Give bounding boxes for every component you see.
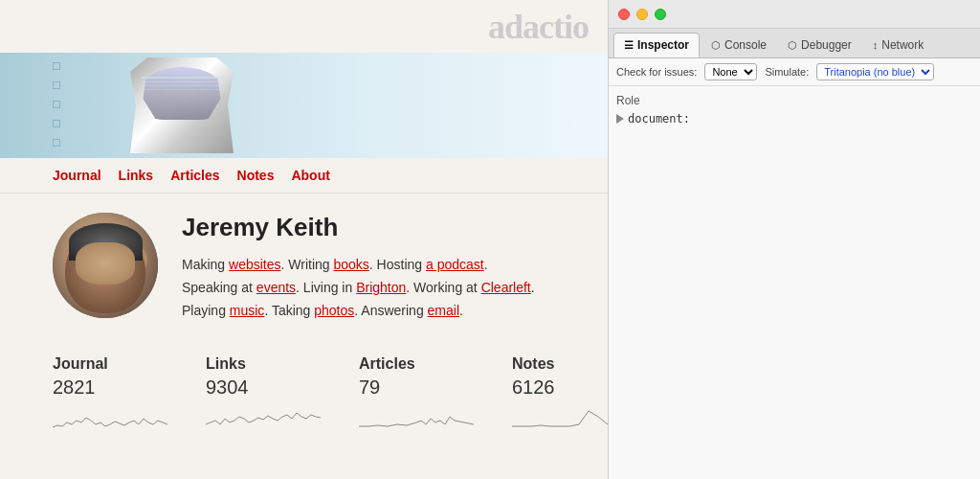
avatar — [53, 213, 158, 318]
nav-notes[interactable]: Notes — [237, 168, 275, 183]
nav-journal[interactable]: Journal — [53, 168, 101, 183]
check-issues-select[interactable]: None — [704, 63, 757, 80]
tab-console[interactable]: ⬡ Console — [702, 33, 776, 57]
stat-links: Links 9304 — [206, 355, 359, 432]
tab-debugger-label: Debugger — [801, 38, 852, 52]
stat-journal-chart — [53, 403, 206, 432]
tab-inspector-label: Inspector — [637, 38, 689, 52]
stat-links-chart — [206, 403, 359, 432]
bio-link-email[interactable]: email — [428, 303, 459, 318]
bio-link-clearleft[interactable]: Clearleft — [481, 280, 531, 295]
profile-text: Jeremy Keith Making websites. Writing bo… — [182, 213, 555, 322]
stat-notes-chart — [512, 403, 608, 432]
simulate-label: Simulate: — [765, 66, 809, 78]
tab-network[interactable]: ↕ Network — [863, 33, 934, 57]
tab-debugger[interactable]: ⬡ Debugger — [778, 33, 861, 57]
bio-link-podcast[interactable]: a podcast — [426, 257, 484, 272]
devtools-content: Role document: — [609, 86, 980, 479]
role-label: Role — [616, 94, 972, 107]
network-icon: ↕ — [873, 39, 879, 51]
profile-section: Jeremy Keith Making websites. Writing bo… — [0, 194, 608, 341]
person-name: Jeremy Keith — [182, 213, 555, 242]
minimize-button[interactable] — [636, 9, 648, 20]
devtools-toolbar: Check for issues: None Simulate: Tritano… — [609, 58, 980, 86]
stat-articles: Articles 79 — [359, 355, 512, 432]
banner — [0, 53, 608, 158]
bio-link-brighton[interactable]: Brighton — [356, 280, 406, 295]
expand-icon[interactable] — [616, 114, 624, 124]
nav-about[interactable]: About — [291, 168, 329, 183]
check-issues-label: Check for issues: — [616, 66, 697, 78]
simulate-select[interactable]: Tritanopia (no blue) — [816, 63, 934, 80]
close-button[interactable] — [618, 9, 630, 20]
top-logo-bar: adactio — [0, 0, 608, 53]
devtools-panel: ☰ Inspector ⬡ Console ⬡ Debugger ↕ Netwo… — [608, 0, 980, 479]
website-area: adactio Journal Links Articles — [0, 0, 608, 479]
banner-inner — [0, 53, 608, 158]
bio-link-books[interactable]: books — [333, 257, 368, 272]
bio-line: Making websites. Writing books. Hosting … — [182, 254, 555, 322]
stat-articles-label: Articles — [359, 355, 512, 373]
stat-articles-count: 79 — [359, 376, 512, 399]
inspector-icon: ☰ — [624, 39, 634, 52]
tab-console-label: Console — [724, 38, 767, 52]
debugger-icon: ⬡ — [788, 39, 797, 52]
document-text: document: — [628, 112, 690, 125]
tab-inspector[interactable]: ☰ Inspector — [613, 33, 700, 57]
stat-journal-count: 2821 — [53, 376, 206, 399]
stat-notes-label: Notes — [512, 355, 608, 373]
stats-section: Journal 2821 Links 9304 Articles 79 — [0, 341, 608, 432]
document-row: document: — [616, 112, 972, 125]
nav: Journal Links Articles Notes About — [0, 158, 608, 194]
stat-notes-count: 6126 — [512, 376, 608, 399]
devtools-titlebar — [609, 0, 980, 29]
console-icon: ⬡ — [711, 39, 721, 52]
bio-link-events[interactable]: events — [256, 280, 296, 295]
stat-articles-chart — [359, 403, 512, 432]
stat-links-count: 9304 — [206, 376, 359, 399]
nav-articles[interactable]: Articles — [170, 168, 219, 183]
tab-network-label: Network — [881, 38, 924, 52]
stat-journal: Journal 2821 — [53, 355, 206, 432]
devtools-tabs: ☰ Inspector ⬡ Console ⬡ Debugger ↕ Netwo… — [609, 29, 980, 58]
site-title: adactio — [488, 7, 589, 47]
maximize-button[interactable] — [655, 9, 666, 20]
stat-links-label: Links — [206, 355, 359, 373]
bio-link-music[interactable]: music — [230, 303, 265, 318]
nav-links[interactable]: Links — [119, 168, 154, 183]
bio-link-photos[interactable]: photos — [314, 303, 354, 318]
stat-notes: Notes 6126 — [512, 355, 608, 432]
stat-journal-label: Journal — [53, 355, 206, 373]
bio-link-websites[interactable]: websites — [229, 257, 280, 272]
